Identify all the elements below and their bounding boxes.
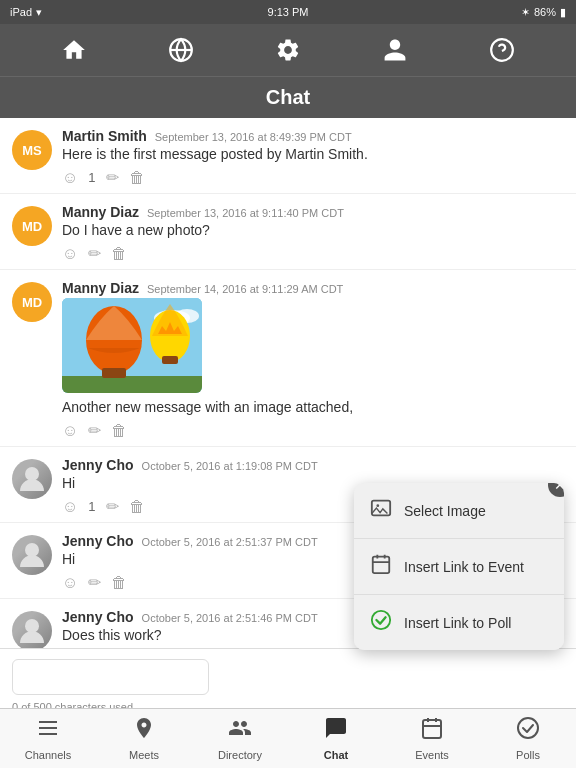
meets-icon	[132, 716, 156, 746]
tab-channels-label: Channels	[25, 749, 71, 761]
message-actions-2: ☺ ✏ 🗑	[62, 244, 564, 263]
sender-name-2: Manny Diaz	[62, 204, 139, 220]
message-time-4: October 5, 2016 at 1:19:08 PM CDT	[142, 460, 318, 472]
profile-nav-icon[interactable]	[373, 28, 417, 72]
tab-polls[interactable]: Polls	[488, 716, 568, 761]
message-time-2: September 13, 2016 at 9:11:40 PM CDT	[147, 207, 344, 219]
message-body-3: Manny Diaz September 14, 2016 at 9:11:29…	[62, 280, 564, 440]
popup-label-image: Select Image	[404, 503, 486, 519]
emoji-icon-5[interactable]: ☺	[62, 574, 78, 592]
channels-icon	[36, 716, 60, 746]
tab-bar: Channels Meets Directory Chat Events Pol…	[0, 708, 576, 768]
popup-label-poll: Insert Link to Poll	[404, 615, 511, 631]
popup-item-poll[interactable]: Insert Link to Poll	[354, 595, 564, 650]
status-right: ✶ 86% ▮	[521, 6, 566, 19]
chat-icon	[324, 716, 348, 746]
delete-icon-2[interactable]: 🗑	[111, 245, 127, 263]
emoji-icon-4[interactable]: ☺	[62, 498, 78, 516]
message-input[interactable]	[12, 659, 209, 695]
input-area	[0, 648, 576, 699]
edit-icon-1[interactable]: ✏	[106, 168, 119, 187]
edit-icon-4[interactable]: ✏	[106, 497, 119, 516]
home-nav-icon[interactable]	[52, 28, 96, 72]
emoji-icon-3[interactable]: ☺	[62, 422, 78, 440]
message-3: MD Manny Diaz September 14, 2016 at 9:11…	[0, 270, 576, 447]
polls-icon	[516, 716, 540, 746]
directory-icon	[228, 716, 252, 746]
help-nav-icon[interactable]	[480, 28, 524, 72]
svg-rect-28	[39, 727, 57, 729]
tab-polls-label: Polls	[516, 749, 540, 761]
poll-icon	[370, 609, 392, 636]
avatar-ms: MS	[12, 130, 52, 170]
emoji-icon-2[interactable]: ☺	[62, 245, 78, 263]
avatar-md-1: MD	[12, 206, 52, 246]
svg-rect-27	[39, 721, 57, 723]
svg-point-26	[372, 611, 390, 629]
tab-chat-label: Chat	[324, 749, 348, 761]
bluetooth-icon: ✶	[521, 6, 530, 19]
message-text-1: Here is the first message posted by Mart…	[62, 146, 564, 162]
edit-icon-5[interactable]: ✏	[88, 573, 101, 592]
svg-rect-29	[39, 733, 57, 735]
wifi-icon: ▾	[36, 6, 42, 19]
emoji-icon-1[interactable]: ☺	[62, 169, 78, 187]
svg-rect-11	[102, 368, 126, 378]
message-header-3: Manny Diaz September 14, 2016 at 9:11:29…	[62, 280, 564, 296]
svg-point-18	[25, 619, 39, 633]
reaction-count-1: 1	[88, 170, 95, 185]
message-image-3	[62, 298, 202, 393]
sender-name-3: Manny Diaz	[62, 280, 139, 296]
message-text-2: Do I have a new photo?	[62, 222, 564, 238]
message-header-1: Martin Smith September 13, 2016 at 8:49:…	[62, 128, 564, 144]
edit-icon-3[interactable]: ✏	[88, 421, 101, 440]
title-bar: Chat	[0, 76, 576, 118]
popup-menu: ✕ Select Image Insert Link to Event Inse…	[354, 483, 564, 650]
battery-icon: ▮	[560, 6, 566, 19]
tab-events[interactable]: Events	[392, 716, 472, 761]
tab-directory-label: Directory	[218, 749, 262, 761]
message-time-1: September 13, 2016 at 8:49:39 PM CDT	[155, 131, 352, 143]
avatar-jenny-2	[12, 535, 52, 575]
popup-item-event[interactable]: Insert Link to Event	[354, 539, 564, 595]
svg-point-16	[25, 467, 39, 481]
reaction-count-4: 1	[88, 499, 95, 514]
tab-meets[interactable]: Meets	[104, 716, 184, 761]
page-title: Chat	[266, 86, 310, 109]
image-icon	[370, 497, 392, 524]
message-header-2: Manny Diaz September 13, 2016 at 9:11:40…	[62, 204, 564, 220]
delete-icon-5[interactable]: 🗑	[111, 574, 127, 592]
delete-icon-1[interactable]: 🗑	[129, 169, 145, 187]
message-text-3: Another new message with an image attach…	[62, 399, 564, 415]
sender-name-6: Jenny Cho	[62, 609, 134, 625]
delete-icon-4[interactable]: 🗑	[129, 498, 145, 516]
battery-level: 86%	[534, 6, 556, 18]
message-2: MD Manny Diaz September 13, 2016 at 9:11…	[0, 194, 576, 270]
sender-name-4: Jenny Cho	[62, 457, 134, 473]
delete-icon-3[interactable]: 🗑	[111, 422, 127, 440]
ipad-label: iPad	[10, 6, 32, 18]
tab-channels[interactable]: Channels	[8, 716, 88, 761]
popup-item-image[interactable]: Select Image	[354, 483, 564, 539]
tab-chat[interactable]: Chat	[296, 716, 376, 761]
svg-point-34	[518, 718, 538, 738]
message-actions-1: ☺ 1 ✏ 🗑	[62, 168, 564, 187]
popup-label-event: Insert Link to Event	[404, 559, 524, 575]
globe-nav-icon[interactable]	[159, 28, 203, 72]
settings-nav-icon[interactable]	[266, 28, 310, 72]
avatar-jenny-1	[12, 459, 52, 499]
edit-icon-2[interactable]: ✏	[88, 244, 101, 263]
svg-rect-7	[62, 376, 202, 393]
svg-rect-30	[423, 720, 441, 738]
avatar-jenny-3	[12, 611, 52, 648]
message-time-6: October 5, 2016 at 2:51:46 PM CDT	[142, 612, 318, 624]
events-icon	[420, 716, 444, 746]
message-1: MS Martin Smith September 13, 2016 at 8:…	[0, 118, 576, 194]
message-header-4: Jenny Cho October 5, 2016 at 1:19:08 PM …	[62, 457, 564, 473]
message-actions-3: ☺ ✏ 🗑	[62, 421, 564, 440]
svg-rect-14	[162, 356, 178, 364]
message-body-2: Manny Diaz September 13, 2016 at 9:11:40…	[62, 204, 564, 263]
tab-directory[interactable]: Directory	[200, 716, 280, 761]
svg-point-21	[376, 504, 379, 507]
svg-rect-22	[373, 557, 390, 574]
